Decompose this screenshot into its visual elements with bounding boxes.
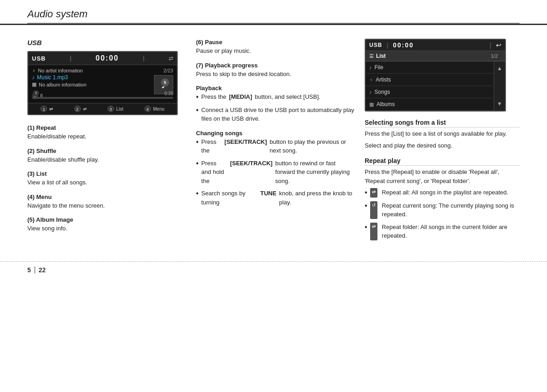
page-title: Audio system (27, 8, 88, 23)
list-screen-usb-title: USB (369, 42, 382, 48)
track-number: 2/23 (164, 68, 173, 73)
repeat-folder-text: Repeat folder: All songs in the current … (382, 223, 520, 240)
list-btn[interactable]: 3 List (108, 106, 124, 112)
right-column: USB | 00:00 | ↩ ☰ List 1/2 ♪ File ♀ (365, 39, 520, 248)
list-items-container: ♪ File ♀ Artists ♪ Songs ▦ Albums (366, 61, 505, 111)
file-icon: ♪ (369, 65, 372, 70)
selecting-songs-desc1: Press the [List] to see a list of songs … (365, 129, 520, 138)
page-num-right: 22 (39, 266, 46, 274)
section-album-image: (5) Album Image View song info. (27, 216, 187, 233)
section-menu-title: (4) Menu (27, 193, 187, 200)
list-count: 1/2 (491, 53, 498, 59)
list-item-artists[interactable]: ♀ Artists (366, 74, 494, 86)
section-shuffle-desc: Enable/disable shuffle play. (27, 155, 187, 164)
progress-bar: 7 (32, 97, 173, 99)
selecting-songs-section: Selecting songs from a list Press the [L… (365, 119, 520, 150)
section-album-title: (5) Album Image (27, 216, 187, 223)
scroll-down-btn[interactable]: ▼ (494, 97, 505, 111)
repeat-play-section: Repeat play Press the [Repeat] to enable… (365, 157, 520, 240)
song-row: ♪ Music 1.mp3 (32, 74, 146, 81)
list-screen-back-btn[interactable]: ↩ (496, 41, 501, 49)
repeat-play-bullets: ⇄ Repeat all: All songs in the playlist … (365, 188, 520, 240)
section-repeat-title: (1) Repeat (27, 124, 187, 131)
bullet-seek-hold: Press and hold the [SEEK/TRACK] button t… (196, 159, 356, 186)
selecting-songs-desc2: Select and play the desired song. (365, 141, 520, 150)
repeat-folder-bullet: ⇄ Repeat folder: All songs in the curren… (365, 223, 520, 240)
repeat-all-icon: ⇄ (370, 188, 377, 198)
usb-screen-title: USB (32, 55, 46, 62)
songs-label: Songs (375, 89, 390, 95)
menu-btn[interactable]: 4 Menu (144, 106, 165, 112)
changing-bullets: Press the [SEEK/TRACK] button to play th… (196, 137, 356, 207)
section-album-desc: View song info. (27, 224, 187, 233)
artists-label: Artists (376, 76, 391, 83)
albums-label: Albums (377, 101, 395, 107)
section-menu: (4) Menu Navigate to the menu screen. (27, 193, 187, 210)
repeat-play-heading: Repeat play (365, 157, 520, 166)
artists-icon: ♀ (369, 77, 373, 82)
list-item-file[interactable]: ♪ File (366, 61, 494, 74)
artist-text: No artist information (38, 68, 83, 73)
bullet-seek-track: Press the [SEEK/TRACK] button to play th… (196, 137, 356, 155)
usb-list-screen: USB | 00:00 | ↩ ☰ List 1/2 ♪ File ♀ (365, 39, 506, 112)
repeat-btn[interactable]: 1 ⇄ (41, 106, 53, 112)
section-shuffle: (2) Shuffle Enable/disable shuffle play. (27, 148, 187, 164)
bullet-media: Press the [MEDIA] button, and select [US… (196, 92, 356, 102)
repeat-folder-icon: ⇄ (370, 223, 377, 240)
songs-icon: ♪ (369, 89, 372, 95)
page-header: Audio system (0, 0, 547, 25)
repeat-play-intro: Press the [Repeat] to enable or disable … (365, 168, 520, 185)
playback-bullets: Press the [MEDIA] button, and select [US… (196, 92, 356, 123)
album-icon: ▦ (32, 81, 36, 87)
bullet-usb-drive: Connect a USB drive to the USB port to a… (196, 106, 356, 123)
scroll-up-btn[interactable]: ▲ (494, 61, 505, 75)
repeat-btn-icon: ⇄ (49, 107, 53, 112)
section-list-title: (3) List (27, 170, 187, 177)
section-list: (3) List View a list of all songs. (27, 170, 187, 187)
section-pause-desc: Pause or play music. (196, 46, 356, 56)
album-text: No album information (39, 82, 87, 87)
screen-bottom-bar: 1 ⇄ 2 ⇌ 3 List 4 Menu (28, 103, 177, 114)
artist-icon: ♀ (32, 68, 36, 73)
album-row: ▦ No album information (32, 81, 146, 87)
section-changing-songs: Changing songs Press the [SEEK/TRACK] bu… (196, 130, 356, 207)
repeat-all-bullet: ⇄ Repeat all: All songs in the playlist … (365, 188, 520, 198)
list-header-label: List (376, 53, 491, 59)
section-repeat: (1) Repeat Enable/disable repeat. (27, 124, 187, 141)
song-text: Music 1.mp3 (37, 74, 68, 81)
section-pp-title: (7) Playback progress (196, 62, 356, 69)
middle-column: (6) Pause Pause or play music. (7) Playb… (196, 39, 365, 248)
file-label: File (375, 64, 383, 71)
track-info: ♀ No artist information ♪ Music 1.mp3 ▦ … (32, 68, 173, 87)
page-numbers: 5 22 (27, 266, 46, 274)
section-pause: (6) Pause Pause or play music. (196, 39, 356, 56)
seven-badge: 7 (33, 90, 39, 97)
main-content: USB USB | 00:00 | ⇄ 2/23 ♀ No artist inf… (0, 25, 547, 257)
usb-screen-header: USB | 00:00 | ⇄ (28, 52, 177, 65)
list-btn-label: List (116, 107, 124, 112)
song-icon: ♪ (32, 74, 35, 81)
progress-bar-area: 6 ⏸ 7 0:35 (32, 92, 173, 100)
page-footer: 5 22 (0, 261, 547, 278)
repeat-all-text: Repeat all: All songs in the playlist ar… (382, 188, 509, 198)
shuffle-btn[interactable]: 2 ⇌ (74, 106, 87, 112)
menu-btn-label: Menu (153, 107, 165, 112)
left-column: USB USB | 00:00 | ⇄ 2/23 ♀ No artist inf… (27, 39, 196, 248)
usb-screen-time: 00:00 (96, 54, 119, 62)
list-items-col: ♪ File ♀ Artists ♪ Songs ▦ Albums (366, 61, 494, 111)
repeat-current-icon: ↺ (370, 201, 377, 219)
section-playback-heading: Playback (196, 85, 356, 92)
section-pp-desc: Press to skip to the desired location. (196, 70, 356, 79)
section-repeat-desc: Enable/disable repeat. (27, 132, 187, 141)
section-shuffle-title: (2) Shuffle (27, 148, 187, 154)
albums-icon: ▦ (369, 102, 374, 107)
repeat-current-text: Repeat current song: The currently playi… (382, 201, 520, 219)
usb-screen: USB | 00:00 | ⇄ 2/23 ♀ No artist informa… (27, 51, 178, 115)
progress-time: 0:35 (165, 91, 173, 96)
list-item-albums[interactable]: ▦ Albums (366, 98, 494, 111)
list-screen-time: 00:00 (393, 41, 490, 49)
list-item-songs[interactable]: ♪ Songs (366, 86, 494, 98)
section-menu-desc: Navigate to the menu screen. (27, 201, 187, 210)
list-header-icon: ☰ (369, 53, 374, 59)
bullet-tune: Search songs by turning TUNE knob, and p… (196, 189, 356, 207)
